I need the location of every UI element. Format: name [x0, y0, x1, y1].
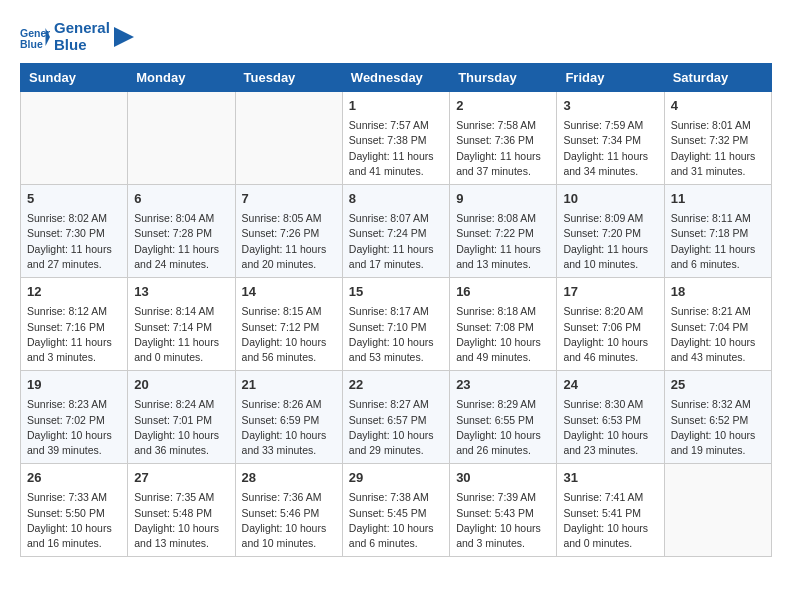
calendar-table: SundayMondayTuesdayWednesdayThursdayFrid… [20, 63, 772, 557]
day-info: Sunrise: 8:26 AM Sunset: 6:59 PM Dayligh… [242, 397, 336, 458]
day-number: 11 [671, 190, 765, 208]
day-number: 31 [563, 469, 657, 487]
day-number: 6 [134, 190, 228, 208]
day-cell: 16Sunrise: 8:18 AM Sunset: 7:08 PM Dayli… [450, 278, 557, 371]
weekday-wednesday: Wednesday [342, 64, 449, 92]
day-cell: 8Sunrise: 8:07 AM Sunset: 7:24 PM Daylig… [342, 185, 449, 278]
day-cell: 21Sunrise: 8:26 AM Sunset: 6:59 PM Dayli… [235, 371, 342, 464]
day-cell: 5Sunrise: 8:02 AM Sunset: 7:30 PM Daylig… [21, 185, 128, 278]
week-row-4: 19Sunrise: 8:23 AM Sunset: 7:02 PM Dayli… [21, 371, 772, 464]
day-info: Sunrise: 7:39 AM Sunset: 5:43 PM Dayligh… [456, 490, 550, 551]
day-info: Sunrise: 8:21 AM Sunset: 7:04 PM Dayligh… [671, 304, 765, 365]
week-row-5: 26Sunrise: 7:33 AM Sunset: 5:50 PM Dayli… [21, 464, 772, 557]
day-cell: 14Sunrise: 8:15 AM Sunset: 7:12 PM Dayli… [235, 278, 342, 371]
day-number: 22 [349, 376, 443, 394]
day-number: 8 [349, 190, 443, 208]
svg-marker-3 [114, 27, 134, 47]
day-cell: 24Sunrise: 8:30 AM Sunset: 6:53 PM Dayli… [557, 371, 664, 464]
day-cell: 26Sunrise: 7:33 AM Sunset: 5:50 PM Dayli… [21, 464, 128, 557]
day-cell: 12Sunrise: 8:12 AM Sunset: 7:16 PM Dayli… [21, 278, 128, 371]
page-header: General Blue General Blue [20, 20, 772, 53]
day-cell [128, 92, 235, 185]
week-row-2: 5Sunrise: 8:02 AM Sunset: 7:30 PM Daylig… [21, 185, 772, 278]
day-cell: 27Sunrise: 7:35 AM Sunset: 5:48 PM Dayli… [128, 464, 235, 557]
day-info: Sunrise: 7:58 AM Sunset: 7:36 PM Dayligh… [456, 118, 550, 179]
day-cell: 3Sunrise: 7:59 AM Sunset: 7:34 PM Daylig… [557, 92, 664, 185]
day-number: 3 [563, 97, 657, 115]
day-info: Sunrise: 8:12 AM Sunset: 7:16 PM Dayligh… [27, 304, 121, 365]
weekday-header-row: SundayMondayTuesdayWednesdayThursdayFrid… [21, 64, 772, 92]
day-cell [664, 464, 771, 557]
day-cell: 9Sunrise: 8:08 AM Sunset: 7:22 PM Daylig… [450, 185, 557, 278]
logo-blue: Blue [54, 37, 110, 54]
day-cell: 30Sunrise: 7:39 AM Sunset: 5:43 PM Dayli… [450, 464, 557, 557]
day-cell: 18Sunrise: 8:21 AM Sunset: 7:04 PM Dayli… [664, 278, 771, 371]
day-cell: 23Sunrise: 8:29 AM Sunset: 6:55 PM Dayli… [450, 371, 557, 464]
calendar-body: 1Sunrise: 7:57 AM Sunset: 7:38 PM Daylig… [21, 92, 772, 557]
weekday-monday: Monday [128, 64, 235, 92]
day-cell: 28Sunrise: 7:36 AM Sunset: 5:46 PM Dayli… [235, 464, 342, 557]
day-info: Sunrise: 8:18 AM Sunset: 7:08 PM Dayligh… [456, 304, 550, 365]
weekday-saturday: Saturday [664, 64, 771, 92]
day-cell: 15Sunrise: 8:17 AM Sunset: 7:10 PM Dayli… [342, 278, 449, 371]
day-info: Sunrise: 8:04 AM Sunset: 7:28 PM Dayligh… [134, 211, 228, 272]
day-number: 18 [671, 283, 765, 301]
day-info: Sunrise: 7:33 AM Sunset: 5:50 PM Dayligh… [27, 490, 121, 551]
day-cell: 19Sunrise: 8:23 AM Sunset: 7:02 PM Dayli… [21, 371, 128, 464]
day-info: Sunrise: 7:35 AM Sunset: 5:48 PM Dayligh… [134, 490, 228, 551]
day-info: Sunrise: 7:59 AM Sunset: 7:34 PM Dayligh… [563, 118, 657, 179]
day-cell: 6Sunrise: 8:04 AM Sunset: 7:28 PM Daylig… [128, 185, 235, 278]
day-cell: 7Sunrise: 8:05 AM Sunset: 7:26 PM Daylig… [235, 185, 342, 278]
day-info: Sunrise: 8:11 AM Sunset: 7:18 PM Dayligh… [671, 211, 765, 272]
logo: General Blue General Blue [20, 20, 134, 53]
day-number: 4 [671, 97, 765, 115]
day-cell [235, 92, 342, 185]
day-number: 24 [563, 376, 657, 394]
weekday-tuesday: Tuesday [235, 64, 342, 92]
day-info: Sunrise: 8:24 AM Sunset: 7:01 PM Dayligh… [134, 397, 228, 458]
day-number: 15 [349, 283, 443, 301]
day-info: Sunrise: 8:02 AM Sunset: 7:30 PM Dayligh… [27, 211, 121, 272]
logo-general: General [54, 20, 110, 37]
day-cell: 4Sunrise: 8:01 AM Sunset: 7:32 PM Daylig… [664, 92, 771, 185]
weekday-friday: Friday [557, 64, 664, 92]
day-number: 20 [134, 376, 228, 394]
day-number: 13 [134, 283, 228, 301]
day-info: Sunrise: 8:07 AM Sunset: 7:24 PM Dayligh… [349, 211, 443, 272]
day-number: 12 [27, 283, 121, 301]
day-number: 29 [349, 469, 443, 487]
logo-icon: General Blue [20, 25, 50, 49]
day-info: Sunrise: 7:36 AM Sunset: 5:46 PM Dayligh… [242, 490, 336, 551]
day-info: Sunrise: 8:20 AM Sunset: 7:06 PM Dayligh… [563, 304, 657, 365]
day-number: 27 [134, 469, 228, 487]
day-info: Sunrise: 8:08 AM Sunset: 7:22 PM Dayligh… [456, 211, 550, 272]
logo-arrow-icon [114, 21, 134, 53]
weekday-thursday: Thursday [450, 64, 557, 92]
day-cell: 1Sunrise: 7:57 AM Sunset: 7:38 PM Daylig… [342, 92, 449, 185]
day-number: 14 [242, 283, 336, 301]
day-info: Sunrise: 8:01 AM Sunset: 7:32 PM Dayligh… [671, 118, 765, 179]
weekday-sunday: Sunday [21, 64, 128, 92]
svg-text:Blue: Blue [20, 37, 43, 49]
day-cell [21, 92, 128, 185]
day-cell: 17Sunrise: 8:20 AM Sunset: 7:06 PM Dayli… [557, 278, 664, 371]
day-number: 25 [671, 376, 765, 394]
day-info: Sunrise: 8:05 AM Sunset: 7:26 PM Dayligh… [242, 211, 336, 272]
week-row-3: 12Sunrise: 8:12 AM Sunset: 7:16 PM Dayli… [21, 278, 772, 371]
day-cell: 31Sunrise: 7:41 AM Sunset: 5:41 PM Dayli… [557, 464, 664, 557]
day-number: 26 [27, 469, 121, 487]
day-number: 10 [563, 190, 657, 208]
day-info: Sunrise: 7:38 AM Sunset: 5:45 PM Dayligh… [349, 490, 443, 551]
day-number: 30 [456, 469, 550, 487]
day-info: Sunrise: 8:14 AM Sunset: 7:14 PM Dayligh… [134, 304, 228, 365]
day-info: Sunrise: 8:27 AM Sunset: 6:57 PM Dayligh… [349, 397, 443, 458]
day-info: Sunrise: 8:29 AM Sunset: 6:55 PM Dayligh… [456, 397, 550, 458]
day-number: 5 [27, 190, 121, 208]
day-cell: 22Sunrise: 8:27 AM Sunset: 6:57 PM Dayli… [342, 371, 449, 464]
day-number: 1 [349, 97, 443, 115]
day-number: 16 [456, 283, 550, 301]
day-number: 9 [456, 190, 550, 208]
day-number: 17 [563, 283, 657, 301]
day-info: Sunrise: 8:23 AM Sunset: 7:02 PM Dayligh… [27, 397, 121, 458]
day-cell: 10Sunrise: 8:09 AM Sunset: 7:20 PM Dayli… [557, 185, 664, 278]
